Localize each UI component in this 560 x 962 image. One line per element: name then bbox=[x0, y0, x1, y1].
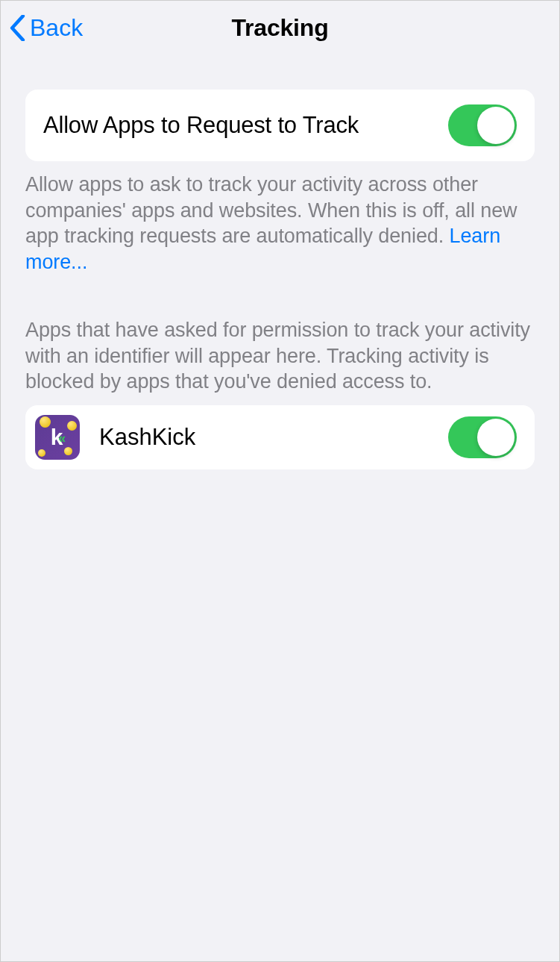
nav-header: Back Tracking bbox=[1, 1, 559, 55]
allow-tracking-label: Allow Apps to Request to Track bbox=[43, 112, 359, 139]
page-title: Tracking bbox=[1, 14, 559, 42]
toggle-knob bbox=[477, 419, 515, 456]
tracking-description: Allow apps to ask to track your activity… bbox=[25, 161, 535, 275]
chevron-left-icon bbox=[10, 15, 25, 41]
description-text: Allow apps to ask to track your activity… bbox=[25, 173, 517, 247]
app-row-kashkick: k« KashKick bbox=[25, 405, 535, 469]
back-label: Back bbox=[30, 14, 83, 42]
allow-tracking-toggle[interactable] bbox=[448, 104, 517, 146]
app-tracking-toggle-kashkick[interactable] bbox=[448, 416, 517, 458]
app-name-label: KashKick bbox=[99, 424, 448, 451]
toggle-knob bbox=[477, 107, 515, 144]
back-button[interactable]: Back bbox=[10, 14, 83, 42]
kashkick-app-icon: k« bbox=[35, 415, 80, 460]
allow-tracking-row: Allow Apps to Request to Track bbox=[25, 90, 535, 161]
apps-list-description: Apps that have asked for permission to t… bbox=[25, 275, 535, 405]
